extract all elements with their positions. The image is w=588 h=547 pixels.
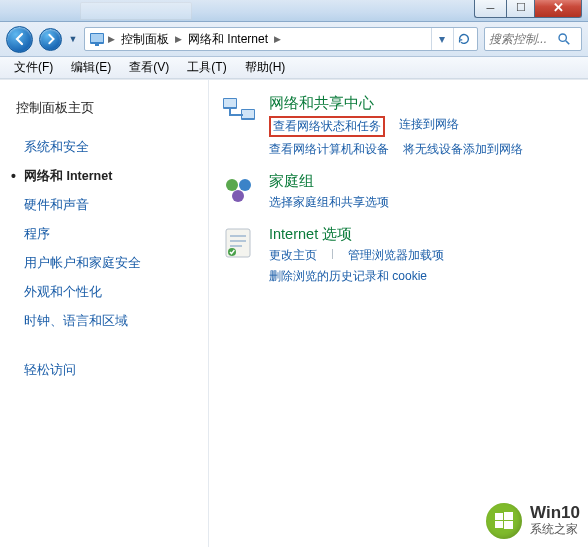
search-box[interactable] xyxy=(484,27,582,51)
breadcrumb-chevron-icon[interactable]: ▶ xyxy=(107,34,116,44)
sidebar-item-user-accounts[interactable]: 用户帐户和家庭安全 xyxy=(8,249,200,278)
sidebar-item-programs[interactable]: 程序 xyxy=(8,220,200,249)
close-button[interactable]: ✕ xyxy=(534,0,582,18)
window-controls: ─ ☐ ✕ xyxy=(474,0,582,18)
link-add-wireless-device[interactable]: 将无线设备添加到网络 xyxy=(403,141,523,158)
sidebar-item-hardware-sound[interactable]: 硬件和声音 xyxy=(8,191,200,220)
nav-forward-button[interactable] xyxy=(39,28,62,51)
watermark-line2: 系统之家 xyxy=(530,521,580,538)
content-area: 控制面板主页 系统和安全 网络和 Internet 硬件和声音 程序 用户帐户和… xyxy=(0,79,588,547)
sidebar-item-clock-language[interactable]: 时钟、语言和区域 xyxy=(8,307,200,336)
link-view-computers-devices[interactable]: 查看网络计算机和设备 xyxy=(269,141,389,158)
svg-rect-16 xyxy=(495,521,503,528)
refresh-icon xyxy=(457,32,471,46)
nav-back-button[interactable] xyxy=(6,26,33,53)
sidebar-item-ease-of-access[interactable]: 轻松访问 xyxy=(8,356,200,385)
svg-point-3 xyxy=(559,34,566,41)
arrow-right-icon xyxy=(45,33,57,45)
arrow-left-icon xyxy=(13,32,27,46)
svg-rect-1 xyxy=(91,34,103,42)
link-view-network-status[interactable]: 查看网络状态和任务 xyxy=(269,116,385,137)
link-choose-homegroup[interactable]: 选择家庭组和共享选项 xyxy=(269,194,389,211)
breadcrumb-chevron-icon[interactable]: ▶ xyxy=(273,34,282,44)
watermark-text: Win10 系统之家 xyxy=(530,504,580,538)
link-divider: | xyxy=(331,247,334,264)
breadcrumb-chevron-icon[interactable]: ▶ xyxy=(174,34,183,44)
breadcrumb-bar[interactable]: ▶ 控制面板 ▶ 网络和 Internet ▶ ▾ xyxy=(84,27,478,51)
svg-rect-2 xyxy=(95,44,99,46)
main-panel: 网络和共享中心 查看网络状态和任务 连接到网络 查看网络计算机和设备 将无线设备… xyxy=(209,80,588,547)
breadcrumb-dropdown[interactable]: ▾ xyxy=(431,28,451,50)
sidebar-item-system-security[interactable]: 系统和安全 xyxy=(8,133,200,162)
menu-file[interactable]: 文件(F) xyxy=(6,57,61,78)
svg-point-11 xyxy=(232,190,244,202)
sidebar-item-network-internet[interactable]: 网络和 Internet xyxy=(8,162,200,191)
breadcrumb-part-network[interactable]: 网络和 Internet xyxy=(185,31,271,48)
nav-history-dropdown[interactable]: ▼ xyxy=(68,27,78,51)
sidebar-item-appearance[interactable]: 外观和个性化 xyxy=(8,278,200,307)
watermark-logo: Win10 系统之家 xyxy=(486,503,580,539)
breadcrumb-part-control-panel[interactable]: 控制面板 xyxy=(118,31,172,48)
maximize-button[interactable]: ☐ xyxy=(506,0,534,18)
link-connect-network[interactable]: 连接到网络 xyxy=(399,116,459,137)
sidebar: 控制面板主页 系统和安全 网络和 Internet 硬件和声音 程序 用户帐户和… xyxy=(0,80,209,547)
svg-rect-15 xyxy=(504,512,513,520)
link-delete-history[interactable]: 删除浏览的历史记录和 cookie xyxy=(269,268,427,285)
internet-options-icon xyxy=(221,225,257,261)
section-homegroup: 家庭组 选择家庭组和共享选项 xyxy=(221,172,576,211)
svg-point-9 xyxy=(226,179,238,191)
watermark-line1: Win10 xyxy=(530,504,580,521)
svg-rect-14 xyxy=(495,513,503,520)
address-bar: ▼ ▶ 控制面板 ▶ 网络和 Internet ▶ ▾ xyxy=(0,22,588,57)
minimize-button[interactable]: ─ xyxy=(474,0,506,18)
control-panel-icon xyxy=(89,31,105,47)
menu-bar: 文件(F) 编辑(E) 查看(V) 工具(T) 帮助(H) xyxy=(0,57,588,79)
windows-logo-icon xyxy=(486,503,522,539)
link-manage-addons[interactable]: 管理浏览器加载项 xyxy=(348,247,444,264)
search-icon[interactable] xyxy=(557,32,571,46)
section-title-network-sharing[interactable]: 网络和共享中心 xyxy=(269,94,569,113)
svg-rect-8 xyxy=(242,110,254,118)
svg-point-10 xyxy=(239,179,251,191)
menu-tools[interactable]: 工具(T) xyxy=(179,57,234,78)
svg-rect-6 xyxy=(224,99,236,107)
svg-rect-17 xyxy=(504,521,513,529)
homegroup-icon xyxy=(221,172,257,208)
refresh-button[interactable] xyxy=(453,28,473,50)
menu-edit[interactable]: 编辑(E) xyxy=(63,57,119,78)
sidebar-home[interactable]: 控制面板主页 xyxy=(8,94,200,123)
network-sharing-icon xyxy=(221,94,257,130)
menu-help[interactable]: 帮助(H) xyxy=(237,57,294,78)
section-network-sharing: 网络和共享中心 查看网络状态和任务 连接到网络 查看网络计算机和设备 将无线设备… xyxy=(221,94,576,158)
menu-view[interactable]: 查看(V) xyxy=(121,57,177,78)
link-change-homepage[interactable]: 更改主页 xyxy=(269,247,317,264)
section-internet-options: Internet 选项 更改主页 | 管理浏览器加载项 删除浏览的历史记录和 c… xyxy=(221,225,576,285)
svg-line-4 xyxy=(566,41,570,45)
search-input[interactable] xyxy=(489,32,557,46)
section-title-internet-options[interactable]: Internet 选项 xyxy=(269,225,569,244)
section-title-homegroup[interactable]: 家庭组 xyxy=(269,172,389,191)
window-titlebar: ─ ☐ ✕ xyxy=(0,0,588,22)
